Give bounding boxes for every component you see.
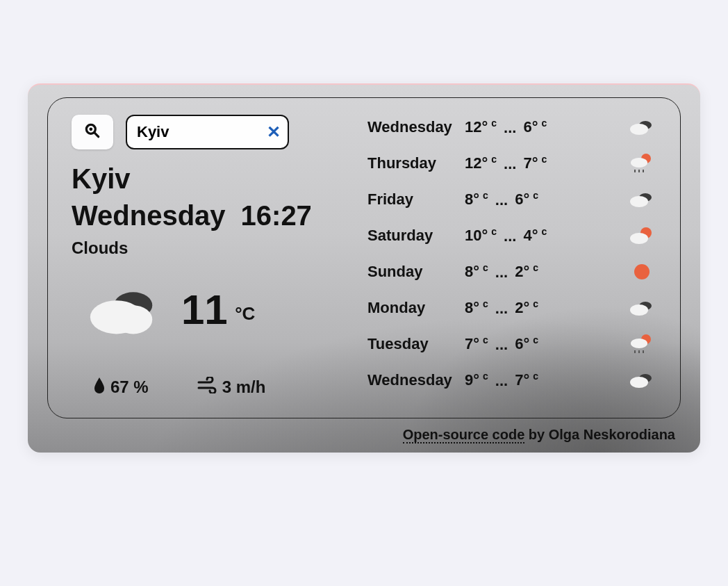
humidity-wind-row: 67 % 3 m/h	[72, 376, 361, 398]
forecast-row: Saturday10° c ... 4° c	[367, 225, 656, 247]
footer-byline: by Olga Neskorodiana	[524, 427, 675, 442]
temperature-value-group: 11 °C	[181, 289, 255, 331]
forecast-range: 8° c ... 2° c	[465, 262, 627, 281]
forecast-row: Friday8° c ... 6° c	[367, 188, 656, 211]
wind-value: 3 m/h	[222, 377, 266, 397]
forecast-range: 8° c ... 6° c	[465, 190, 627, 209]
current-time: 16:27	[241, 200, 312, 231]
current-weather-section: ✕ Kyiv Wednesday 16:27 Clouds 11	[72, 115, 361, 398]
clear-input-icon[interactable]: ✕	[267, 122, 281, 142]
svg-point-7	[630, 124, 648, 135]
svg-point-19	[630, 304, 648, 316]
forecast-list: Wednesday12° c ... 6° cThursday12° c ...…	[367, 115, 656, 391]
forecast-range: 12° c ... 7° c	[465, 154, 627, 172]
forecast-day: Monday	[367, 299, 465, 317]
forecast-cloud-icon	[627, 188, 656, 211]
wind-item: 3 m/h	[197, 376, 266, 398]
svg-point-14	[630, 196, 648, 207]
forecast-row: Sunday8° c ... 2° c	[367, 261, 656, 283]
temperature-unit: °C	[235, 303, 255, 324]
forecast-day: Saturday	[367, 227, 465, 245]
temperature-row: 11 °C	[72, 279, 361, 341]
svg-point-17	[634, 264, 650, 279]
source-code-link[interactable]: Open-source code	[403, 427, 525, 443]
svg-point-21	[631, 339, 647, 348]
forecast-range: 10° c ... 4° c	[465, 226, 627, 245]
city-name: Kyiv	[72, 163, 361, 195]
city-search-input[interactable]	[126, 115, 289, 149]
forecast-row: Monday8° c ... 2° c	[367, 297, 656, 319]
forecast-cloud-icon	[627, 116, 656, 138]
svg-line-1	[94, 133, 99, 137]
search-map-pin-icon	[83, 122, 101, 143]
svg-point-9	[631, 158, 647, 168]
forecast-range: 12° c ... 6° c	[465, 117, 627, 136]
search-input-wrap: ✕	[126, 115, 289, 149]
forecast-day: Wednesday	[367, 118, 465, 136]
search-row: ✕	[72, 115, 361, 149]
humidity-item: 67 %	[92, 376, 149, 398]
droplet-icon	[92, 376, 106, 398]
forecast-section: Wednesday12° c ... 6° cThursday12° c ...…	[367, 115, 656, 398]
svg-point-26	[630, 377, 648, 388]
search-button[interactable]	[72, 115, 113, 149]
forecast-day: Tuesday	[367, 335, 465, 353]
forecast-day: Sunday	[367, 263, 465, 281]
current-day: Wednesday	[72, 200, 226, 231]
wind-icon	[197, 377, 218, 398]
weather-panel: ✕ Kyiv Wednesday 16:27 Clouds 11	[47, 97, 681, 418]
svg-point-5	[114, 305, 152, 334]
forecast-row: Wednesday12° c ... 6° c	[367, 116, 656, 138]
forecast-range: 8° c ... 2° c	[465, 298, 627, 317]
forecast-rain-sun-icon	[627, 152, 656, 174]
forecast-row: Thursday12° c ... 7° c	[367, 152, 656, 174]
weather-card: ✕ Kyiv Wednesday 16:27 Clouds 11	[28, 83, 700, 453]
svg-point-2	[89, 127, 92, 131]
day-time-row: Wednesday 16:27	[72, 200, 361, 231]
forecast-cloud-sun-icon	[627, 225, 656, 247]
cloud-icon	[85, 279, 162, 341]
svg-point-16	[630, 233, 648, 244]
forecast-rain-sun-icon	[627, 333, 656, 355]
forecast-day: Thursday	[367, 154, 465, 172]
forecast-row: Wednesday9° c ... 7° c	[367, 369, 656, 391]
forecast-day: Wednesday	[367, 371, 465, 389]
forecast-sun-icon	[627, 261, 656, 283]
forecast-row: Tuesday7° c ... 6° c	[367, 333, 656, 355]
humidity-value: 67 %	[110, 377, 149, 397]
forecast-range: 7° c ... 6° c	[465, 334, 627, 353]
footer: Open-source code by Olga Neskorodiana	[47, 427, 681, 443]
current-condition: Clouds	[72, 238, 361, 258]
forecast-cloud-icon	[627, 297, 656, 319]
forecast-day: Friday	[367, 190, 465, 209]
forecast-cloud-icon	[627, 369, 656, 391]
forecast-range: 9° c ... 7° c	[465, 371, 627, 389]
temperature-value: 11	[181, 286, 228, 333]
